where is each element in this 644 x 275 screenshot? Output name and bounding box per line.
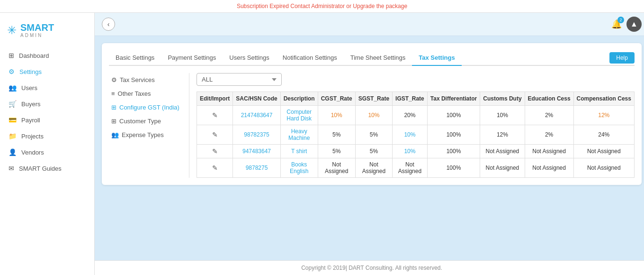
- edit-cell[interactable]: ✎: [197, 106, 233, 125]
- help-button[interactable]: Help: [609, 52, 635, 64]
- main-content: Basic Settings Payment Settings Users Se…: [95, 36, 644, 260]
- sidebar-item-settings-label: Settings: [19, 68, 42, 75]
- table-row: ✎947483647T shirt5%5%10%100%Not Assigned…: [197, 145, 635, 158]
- settings-card: Basic Settings Payment Settings Users Se…: [102, 43, 642, 185]
- tab-payment[interactable]: Payment Settings: [161, 50, 223, 66]
- sidebar-item-payroll[interactable]: 💳 Payroll: [0, 112, 94, 128]
- content-area: ‹ 🔔 2 ▲ Basic Settings: [95, 13, 644, 275]
- data-cell: 10%: [318, 106, 355, 125]
- data-cell: Heavy Machine: [280, 125, 318, 145]
- data-cell: T shirt: [280, 145, 318, 158]
- data-cell: 9878275: [233, 158, 280, 178]
- table-row: ✎2147483647Computer Hard Disk10%10%20%10…: [197, 106, 635, 125]
- sidebar-item-smart-guides[interactable]: ✉ SMART Guides: [0, 160, 94, 176]
- tab-payment-label: Payment Settings: [168, 54, 216, 61]
- col-tax-diff: Tax Differentiator: [427, 92, 480, 106]
- data-cell: Not Assigned: [480, 158, 525, 178]
- col-customs: Customs Duty: [480, 92, 525, 106]
- smart-guides-icon: ✉: [9, 165, 14, 172]
- profile-icon: ▲: [630, 20, 638, 28]
- back-button[interactable]: ‹: [102, 18, 115, 31]
- tax-nav-other[interactable]: ≡ Other Taxes: [109, 87, 184, 101]
- tab-basic-label: Basic Settings: [116, 54, 154, 61]
- data-cell: 5%: [318, 125, 355, 145]
- tax-sidebar: ⚙ Tax Services ≡ Other Taxes ⊞ Configure…: [109, 73, 189, 178]
- sidebar-item-projects[interactable]: 📁 Projects: [0, 128, 94, 144]
- data-cell: 20%: [393, 106, 428, 125]
- tax-nav-customer-type[interactable]: ⊞ Customer Type: [109, 114, 184, 128]
- tax-table-header: Edit/Import SAC/HSN Code Description CGS…: [197, 92, 635, 106]
- data-cell: Not Assigned: [525, 145, 573, 158]
- profile-button[interactable]: ▲: [626, 17, 642, 32]
- footer: Copyright © 2019| DART Consulting. All r…: [95, 260, 644, 275]
- tab-users[interactable]: Users Settings: [223, 50, 276, 66]
- sidebar-item-vendors[interactable]: 👤 Vendors: [0, 144, 94, 160]
- tax-main: ALL GST IGST CGST SGST Edit/Import: [197, 73, 635, 178]
- sidebar-item-buyers-label: Buyers: [21, 101, 40, 108]
- other-taxes-icon: ≡: [111, 90, 115, 97]
- col-compensation: Compensation Cess: [573, 92, 634, 106]
- data-cell: 5%: [355, 145, 392, 158]
- col-sgst: SGST_Rate: [355, 92, 392, 106]
- tab-notification-label: Notification Settings: [283, 54, 337, 61]
- col-education: Education Cess: [525, 92, 573, 106]
- configure-gst-label: Configure GST (India): [119, 104, 179, 111]
- expense-types-icon: 👥: [111, 131, 119, 138]
- table-row: ✎98782375Heavy Machine5%5%10%100%12%2%24…: [197, 125, 635, 145]
- configure-gst-icon: ⊞: [111, 104, 116, 111]
- logo: ✳ SMART ADMIN: [0, 18, 94, 47]
- tax-table-body: ✎2147483647Computer Hard Disk10%10%20%10…: [197, 106, 635, 178]
- buyers-icon: 🛒: [9, 100, 17, 108]
- tax-nav-services[interactable]: ⚙ Tax Services: [109, 73, 184, 87]
- sidebar-item-settings[interactable]: ⚙ Settings: [0, 64, 94, 80]
- customer-type-icon: ⊞: [111, 118, 116, 125]
- data-cell: 10%: [480, 106, 525, 125]
- tax-nav-expense-types[interactable]: 👥 Expense Types: [109, 128, 184, 142]
- footer-text: Copyright © 2019| DART Consulting. All r…: [301, 265, 442, 271]
- tab-tax[interactable]: Tax Settings: [412, 50, 461, 66]
- customer-type-label: Customer Type: [119, 118, 161, 125]
- logo-smart: SMART: [20, 22, 54, 33]
- filter-select[interactable]: ALL GST IGST CGST SGST: [197, 73, 282, 86]
- data-cell: Not Assigned: [525, 158, 573, 178]
- tax-nav: ⚙ Tax Services ≡ Other Taxes ⊞ Configure…: [109, 73, 184, 142]
- tax-nav-gst[interactable]: ⊞ Configure GST (India): [109, 101, 184, 114]
- sidebar-item-dashboard[interactable]: ⊞ Dashboard: [0, 47, 94, 64]
- data-cell: 100%: [427, 125, 480, 145]
- logo-text: SMART ADMIN: [20, 22, 54, 38]
- tax-services-label: Tax Services: [120, 76, 155, 83]
- data-cell: Not Assigned: [318, 158, 355, 178]
- data-cell: 98782375: [233, 125, 280, 145]
- tab-notification[interactable]: Notification Settings: [276, 50, 344, 66]
- data-cell: Computer Hard Disk: [280, 106, 318, 125]
- data-cell: 12%: [480, 125, 525, 145]
- projects-icon: 📁: [9, 132, 17, 140]
- data-cell: 5%: [355, 125, 392, 145]
- payroll-icon: 💳: [9, 116, 17, 124]
- sidebar-item-vendors-label: Vendors: [21, 149, 44, 156]
- tab-timesheet[interactable]: Time Sheet Settings: [344, 50, 412, 66]
- tab-users-label: Users Settings: [229, 54, 269, 61]
- subscription-message: Subscription Expired Contact Administrat…: [237, 3, 407, 9]
- edit-cell[interactable]: ✎: [197, 145, 233, 158]
- data-cell: 100%: [427, 158, 480, 178]
- edit-cell[interactable]: ✎: [197, 125, 233, 145]
- users-icon: 👥: [9, 84, 17, 92]
- data-cell: 2%: [525, 125, 573, 145]
- data-cell: Not Assigned: [573, 145, 634, 158]
- sidebar: ✳ SMART ADMIN ⊞ Dashboard ⚙ Settings 👥 U…: [0, 13, 95, 275]
- sidebar-item-payroll-label: Payroll: [21, 117, 40, 124]
- data-cell: 947483647: [233, 145, 280, 158]
- sidebar-item-buyers[interactable]: 🛒 Buyers: [0, 96, 94, 112]
- data-cell: Not Assigned: [355, 158, 392, 178]
- tax-services-icon: ⚙: [111, 76, 117, 83]
- sidebar-item-users[interactable]: 👥 Users: [0, 80, 94, 96]
- vendors-icon: 👤: [9, 148, 17, 156]
- data-cell: 10%: [393, 145, 428, 158]
- edit-cell[interactable]: ✎: [197, 158, 233, 178]
- tax-table: Edit/Import SAC/HSN Code Description CGS…: [197, 92, 635, 178]
- data-cell: 12%: [573, 106, 634, 125]
- notification-button[interactable]: 🔔 2: [611, 19, 622, 29]
- sidebar-item-smart-guides-label: SMART Guides: [19, 165, 62, 172]
- tab-basic[interactable]: Basic Settings: [109, 50, 161, 66]
